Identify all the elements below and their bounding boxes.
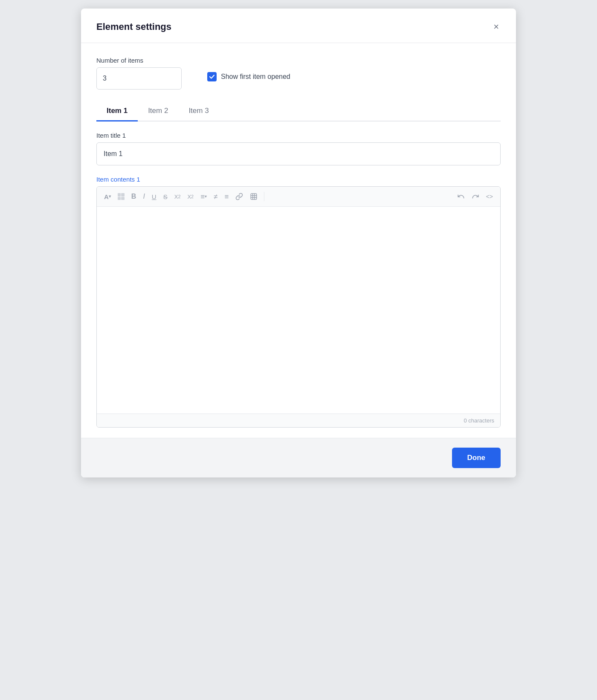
show-first-item-label: Show first item opened xyxy=(221,73,290,81)
redo-icon xyxy=(472,193,479,200)
ordered-list-button[interactable]: ≡ xyxy=(221,191,232,203)
svg-rect-0 xyxy=(251,194,257,200)
grid-icon xyxy=(118,193,125,200)
redo-button[interactable] xyxy=(469,190,482,203)
number-of-items-label: Number of items xyxy=(96,57,182,64)
undo-icon xyxy=(457,193,465,200)
undo-button[interactable] xyxy=(454,190,468,203)
link-button[interactable] xyxy=(232,190,246,203)
editor-footer: 0 characters xyxy=(97,414,500,427)
subscript-button[interactable]: X2 xyxy=(184,191,197,202)
toolbar-right: <> xyxy=(454,190,496,203)
superscript-button[interactable]: X2 xyxy=(171,191,184,202)
show-first-item-checkbox[interactable] xyxy=(207,72,217,81)
item-contents-label: Item contents 1 xyxy=(96,176,501,183)
font-button[interactable]: A▾ xyxy=(101,191,114,202)
strikethrough-button[interactable]: S xyxy=(160,191,171,202)
bold-button[interactable]: B xyxy=(128,191,139,202)
table-button[interactable] xyxy=(247,190,261,203)
rich-editor: A▾ B I U S xyxy=(96,186,501,428)
item-title-input[interactable] xyxy=(96,142,501,165)
modal-body: Number of items Show first item opened I… xyxy=(81,43,516,438)
unordered-list-button[interactable]: ≠ xyxy=(211,191,220,203)
toolbar-separator xyxy=(264,192,264,201)
settings-row: Number of items Show first item opened xyxy=(96,57,501,90)
item-title-label: Item title 1 xyxy=(96,132,501,139)
number-of-items-input[interactable] xyxy=(96,67,182,90)
tab-item-1[interactable]: Item 1 xyxy=(96,101,138,121)
close-button[interactable]: × xyxy=(492,20,501,33)
color-button[interactable] xyxy=(115,191,128,202)
align-button[interactable]: ≡▾ xyxy=(197,191,210,203)
link-icon xyxy=(235,193,243,200)
editor-toolbar: A▾ B I U S xyxy=(97,187,500,207)
char-count: 0 characters xyxy=(464,417,494,424)
modal-header: Element settings × xyxy=(81,9,516,43)
tab-item-3[interactable]: Item 3 xyxy=(178,101,219,121)
tabs-bar: Item 1 Item 2 Item 3 xyxy=(96,101,501,121)
number-of-items-group: Number of items xyxy=(96,57,182,90)
editor-content-area[interactable] xyxy=(97,207,500,414)
element-settings-modal: Element settings × Number of items Show … xyxy=(81,9,516,477)
underline-button[interactable]: U xyxy=(149,191,159,202)
code-button[interactable]: <> xyxy=(483,191,496,202)
modal-title: Element settings xyxy=(96,21,171,32)
italic-button[interactable]: I xyxy=(140,191,148,202)
modal-footer: Done xyxy=(81,438,516,477)
table-icon xyxy=(250,193,258,200)
tab-item-2[interactable]: Item 2 xyxy=(138,101,178,121)
checkmark-icon xyxy=(209,74,215,80)
show-first-item-row: Show first item opened xyxy=(207,72,290,81)
done-button[interactable]: Done xyxy=(452,448,501,468)
